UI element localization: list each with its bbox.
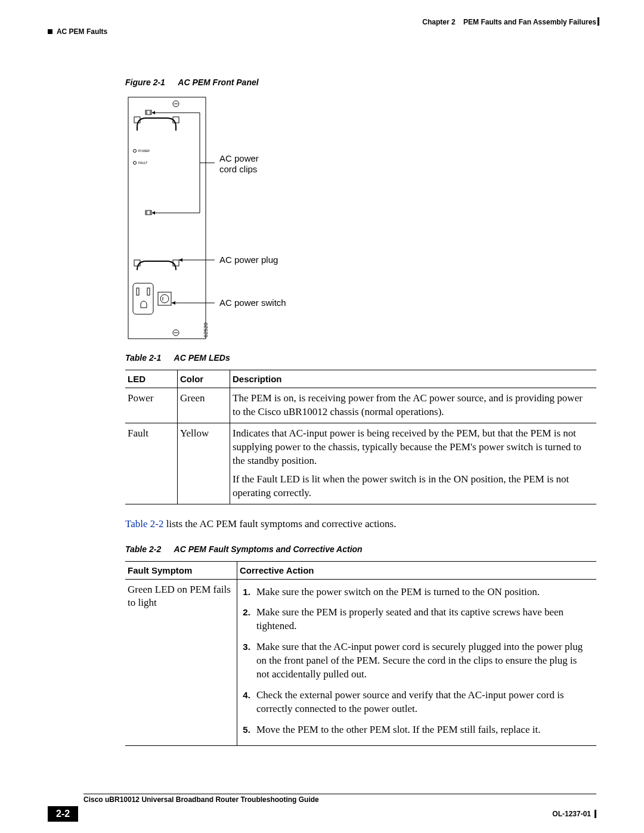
- callout-switch: AC power switch: [219, 298, 286, 308]
- header-bullet-icon: [48, 29, 52, 34]
- book-title: Cisco uBR10012 Universal Broadband Route…: [83, 794, 596, 804]
- table1-number: Table 2-1: [125, 353, 161, 363]
- table2-number: Table 2-2: [125, 544, 161, 554]
- footer-end-bar: [595, 810, 596, 818]
- list-item: Make sure the power switch on the PEM is…: [253, 583, 592, 604]
- chapter-title: PEM Faults and Fan Assembly Failures: [463, 18, 596, 26]
- fault-symptoms-table: Fault Symptom Corrective Action Green LE…: [125, 561, 596, 746]
- callout-cord-clips-2: cord clips: [219, 164, 257, 174]
- table2-caption: Table 2-2 AC PEM Fault Symptoms and Corr…: [125, 544, 596, 554]
- th-led: LED: [125, 370, 178, 388]
- table2-title: AC PEM Fault Symptoms and Corrective Act…: [174, 544, 363, 554]
- figure-caption: Figure 2-1 AC PEM Front Panel: [125, 78, 596, 87]
- th-color: Color: [178, 370, 230, 388]
- led-fault-label: FAULT: [138, 161, 147, 165]
- svg-rect-17: [133, 283, 153, 314]
- svg-point-10: [134, 150, 137, 153]
- svg-point-21: [160, 295, 169, 303]
- cell-desc: Indicates that AC-input power is being r…: [230, 423, 597, 504]
- list-item: Check the external power source and veri…: [253, 686, 592, 721]
- drawing-id: 62520: [203, 323, 209, 337]
- page-header: Chapter 2 PEM Faults and Fan Assembly Fa…: [48, 18, 596, 36]
- list-item: Move the PEM to the other PEM slot. If t…: [253, 721, 592, 742]
- svg-marker-32: [179, 258, 182, 262]
- svg-rect-18: [137, 288, 139, 295]
- section-title: AC PEM Faults: [57, 27, 107, 36]
- cell-color: Green: [178, 388, 230, 423]
- svg-marker-26: [152, 211, 155, 215]
- cell-color: Yellow: [178, 423, 230, 504]
- figure-title: AC PEM Front Panel: [178, 78, 258, 87]
- table1-title: AC PEM LEDs: [174, 353, 230, 363]
- th-corrective-action: Corrective Action: [237, 561, 597, 579]
- fault-desc-p1: Indicates that AC-input power is being r…: [233, 427, 592, 468]
- led-power-label: POWER: [138, 149, 150, 153]
- chapter-label: Chapter 2: [422, 18, 455, 26]
- cell-symptom: Green LED on PEM fails to light: [125, 579, 237, 745]
- ac-pem-leds-table: LED Color Description Power Green The PE…: [125, 370, 596, 504]
- cell-actions: Make sure the power switch on the PEM is…: [237, 579, 597, 745]
- list-item: Make sure the PEM is properly seated and…: [253, 603, 592, 638]
- pem-front-panel-svg: POWER FAULT 6: [125, 94, 364, 345]
- corrective-action-list: Make sure the power switch on the PEM is…: [240, 583, 592, 742]
- th-desc: Description: [230, 370, 597, 388]
- table-row: Fault Yellow Indicates that AC-input pow…: [125, 423, 596, 504]
- cell-led: Power: [125, 388, 178, 423]
- header-section: AC PEM Faults: [48, 27, 596, 36]
- fault-desc-p2: If the Fault LED is lit when the power s…: [233, 473, 592, 500]
- svg-rect-19: [147, 288, 150, 295]
- list-item: Make sure that the AC-input power cord i…: [253, 638, 592, 686]
- table-row: Power Green The PEM is on, is receiving …: [125, 388, 596, 423]
- page-footer: Cisco uBR10012 Universal Broadband Route…: [48, 794, 596, 822]
- table2-link[interactable]: Table 2-2: [125, 518, 163, 529]
- table1-caption: Table 2-1 AC PEM LEDs: [125, 353, 596, 363]
- doc-id: OL-1237-01: [552, 810, 591, 818]
- svg-marker-24: [152, 111, 155, 114]
- svg-marker-34: [172, 301, 175, 305]
- figure-number: Figure 2-1: [125, 78, 165, 87]
- page-number: 2-2: [48, 806, 78, 822]
- mid-text-rest: lists the AC PEM fault symptoms and corr…: [163, 518, 396, 529]
- mid-paragraph: Table 2-2 lists the AC PEM fault symptom…: [125, 518, 596, 531]
- cell-led: Fault: [125, 423, 178, 504]
- figure-diagram: POWER FAULT 6: [125, 94, 596, 345]
- svg-point-11: [134, 162, 137, 165]
- th-fault-symptom: Fault Symptom: [125, 561, 237, 579]
- callout-plug: AC power plug: [219, 255, 278, 265]
- svg-rect-20: [158, 292, 171, 305]
- cell-desc: The PEM is on, is receiving power from t…: [230, 388, 597, 423]
- header-end-bar: [597, 17, 599, 26]
- table-row: Green LED on PEM fails to light Make sur…: [125, 579, 596, 745]
- header-chapter: Chapter 2 PEM Faults and Fan Assembly Fa…: [48, 18, 596, 26]
- callout-cord-clips-1: AC power: [219, 153, 259, 163]
